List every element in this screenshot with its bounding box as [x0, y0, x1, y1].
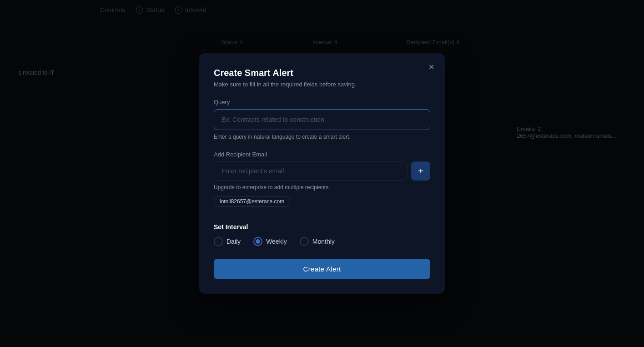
- interval-section: Set Interval Daily Weekly Monthly: [214, 223, 430, 246]
- radio-label-weekly: Weekly: [266, 238, 287, 245]
- query-input[interactable]: [214, 109, 430, 130]
- radio-weekly[interactable]: Weekly: [253, 237, 287, 246]
- interval-label: Set Interval: [214, 223, 430, 231]
- modal-overlay: ✕ Create Smart Alert Make sure to fill i…: [0, 0, 644, 347]
- query-label: Query: [214, 99, 430, 106]
- email-tag: lomil82657@esterace.com: [214, 196, 290, 207]
- radio-label-monthly: Monthly: [312, 238, 335, 245]
- add-email-button[interactable]: +: [411, 161, 430, 181]
- create-alert-button[interactable]: Create Alert: [214, 259, 430, 279]
- modal-title: Create Smart Alert: [214, 68, 430, 78]
- query-hint: Enter a query in natural language to cre…: [214, 134, 430, 140]
- create-smart-alert-modal: ✕ Create Smart Alert Make sure to fill i…: [199, 53, 445, 294]
- interval-options: Daily Weekly Monthly: [214, 237, 430, 246]
- radio-outer-monthly: [300, 237, 309, 246]
- radio-monthly[interactable]: Monthly: [300, 237, 335, 246]
- radio-label-daily: Daily: [226, 238, 241, 245]
- email-input[interactable]: [214, 161, 408, 181]
- plus-icon: +: [418, 166, 423, 176]
- query-section: Query Enter a query in natural language …: [214, 99, 430, 140]
- radio-outer-daily: [214, 237, 223, 246]
- upgrade-hint: Upgrade to enterprise to add multiple re…: [214, 184, 430, 191]
- email-label: Add Recipient Email: [214, 151, 430, 158]
- radio-inner-weekly: [256, 239, 260, 244]
- close-button[interactable]: ✕: [425, 60, 438, 73]
- radio-outer-weekly: [253, 237, 262, 246]
- modal-subtitle: Make sure to fill in all the required fi…: [214, 81, 430, 88]
- email-section: Add Recipient Email + Upgrade to enterpr…: [214, 151, 430, 216]
- radio-daily[interactable]: Daily: [214, 237, 241, 246]
- email-input-row: +: [214, 161, 430, 181]
